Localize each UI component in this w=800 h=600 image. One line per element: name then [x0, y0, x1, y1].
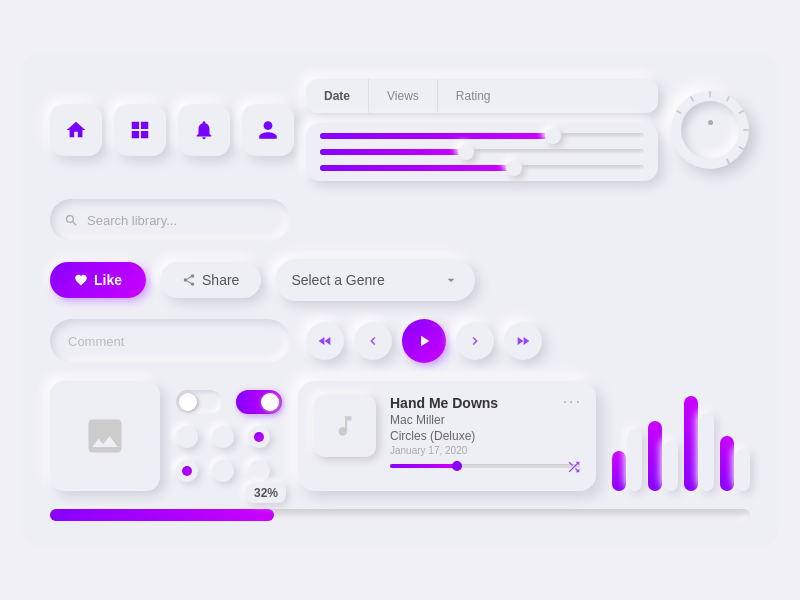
music-info: Hand Me Downs Mac Miller Circles (Deluxe… — [390, 395, 580, 477]
slider-3-thumb[interactable] — [506, 160, 522, 176]
radio-4[interactable] — [176, 460, 198, 482]
tabs-sliders-panel: Date Views Rating — [306, 79, 658, 181]
slider-1-thumb[interactable] — [545, 128, 561, 144]
radio-2[interactable] — [212, 426, 234, 448]
progress-fill — [50, 509, 274, 521]
shuffle-icon — [566, 459, 582, 475]
slider-3-row — [320, 165, 644, 171]
play-button[interactable] — [402, 319, 446, 363]
share-icon — [182, 273, 196, 287]
tab-views[interactable]: Views — [369, 79, 438, 113]
row-2: Search library... — [50, 199, 750, 241]
image-placeholder — [50, 381, 160, 491]
music-title: Hand Me Downs — [390, 395, 580, 411]
knob[interactable] — [670, 90, 750, 170]
radio-3[interactable] — [248, 426, 270, 448]
media-controls — [306, 319, 542, 363]
comment-input[interactable]: Comment — [50, 319, 290, 363]
bell-button[interactable] — [178, 104, 230, 156]
main-container: Date Views Rating — [20, 51, 780, 549]
home-button[interactable] — [50, 104, 102, 156]
row-6: 32% — [50, 509, 750, 521]
tab-bar: Date Views Rating — [306, 79, 658, 113]
bar-group-1 — [612, 429, 642, 491]
progress-track[interactable] — [50, 509, 750, 521]
toggle-1[interactable] — [176, 390, 222, 414]
sliders-panel — [306, 123, 658, 181]
progress-label: 32% — [246, 483, 286, 503]
radio-5[interactable] — [212, 460, 234, 482]
bar-4b — [736, 449, 750, 491]
tick-3 — [709, 91, 711, 97]
slider-1-fill — [320, 133, 553, 139]
bell-icon — [193, 119, 215, 141]
user-icon — [257, 119, 279, 141]
next-icon — [467, 333, 483, 349]
radio-6[interactable] — [248, 460, 270, 482]
tab-rating[interactable]: Rating — [438, 79, 509, 113]
image-icon — [83, 414, 127, 458]
music-progress-fill — [390, 464, 457, 468]
music-card: Hand Me Downs Mac Miller Circles (Deluxe… — [298, 381, 596, 491]
tick-1 — [676, 110, 682, 115]
more-options-button[interactable]: ··· — [563, 393, 582, 411]
radio-row-1 — [176, 426, 282, 448]
album-art — [314, 395, 376, 457]
bar-1b — [628, 429, 642, 491]
bar-group-4 — [720, 436, 750, 491]
radio-row-2 — [176, 460, 282, 482]
music-progress-track[interactable] — [390, 464, 580, 468]
bar-4a — [720, 436, 734, 491]
music-note-icon — [332, 413, 358, 439]
radio-1[interactable] — [176, 426, 198, 448]
shuffle-button[interactable] — [566, 459, 582, 479]
bar-1a — [612, 451, 626, 491]
share-button[interactable]: Share — [160, 262, 261, 298]
knob-outer — [671, 91, 749, 169]
search-bar[interactable]: Search library... — [50, 199, 290, 241]
rewind-button[interactable] — [306, 322, 344, 360]
music-artist: Mac Miller — [390, 413, 580, 427]
grid-icon — [129, 119, 151, 141]
fast-forward-icon — [515, 333, 531, 349]
row-3: Like Share Select a Genre — [50, 259, 750, 301]
heart-icon — [74, 273, 88, 287]
knob-ticks — [671, 91, 749, 169]
bar-3b — [700, 413, 714, 491]
toggle-row-1 — [176, 390, 282, 414]
music-progress-thumb — [452, 461, 462, 471]
row-5: Hand Me Downs Mac Miller Circles (Deluxe… — [50, 381, 750, 491]
grid-button[interactable] — [114, 104, 166, 156]
slider-2-thumb[interactable] — [458, 144, 474, 160]
tick-8 — [726, 158, 731, 164]
next-button[interactable] — [456, 322, 494, 360]
slider-1-track[interactable] — [320, 133, 644, 139]
comment-placeholder: Comment — [68, 334, 124, 349]
search-placeholder: Search library... — [87, 213, 177, 228]
slider-3-fill — [320, 165, 514, 171]
tick-2 — [690, 96, 695, 102]
genre-label: Select a Genre — [291, 272, 384, 288]
fast-forward-button[interactable] — [504, 322, 542, 360]
slider-2-track[interactable] — [320, 149, 644, 155]
slider-3-track[interactable] — [320, 165, 644, 171]
slider-2-row — [320, 149, 644, 155]
row-4: Comment — [50, 319, 750, 363]
like-label: Like — [94, 272, 122, 288]
tab-date[interactable]: Date — [306, 79, 369, 113]
prev-button[interactable] — [354, 322, 392, 360]
toggles-radios-panel — [176, 381, 282, 491]
home-icon — [65, 119, 87, 141]
bar-group-3 — [684, 396, 714, 491]
user-button[interactable] — [242, 104, 294, 156]
genre-dropdown[interactable]: Select a Genre — [275, 259, 475, 301]
search-icon — [64, 213, 79, 228]
bar-2a — [648, 421, 662, 491]
music-date: January 17, 2020 — [390, 445, 580, 456]
slider-2-fill — [320, 149, 466, 155]
tick-5 — [738, 110, 744, 115]
bar-2b — [664, 441, 678, 491]
toggle-2[interactable] — [236, 390, 282, 414]
like-button[interactable]: Like — [50, 262, 146, 298]
tick-4 — [726, 96, 731, 102]
